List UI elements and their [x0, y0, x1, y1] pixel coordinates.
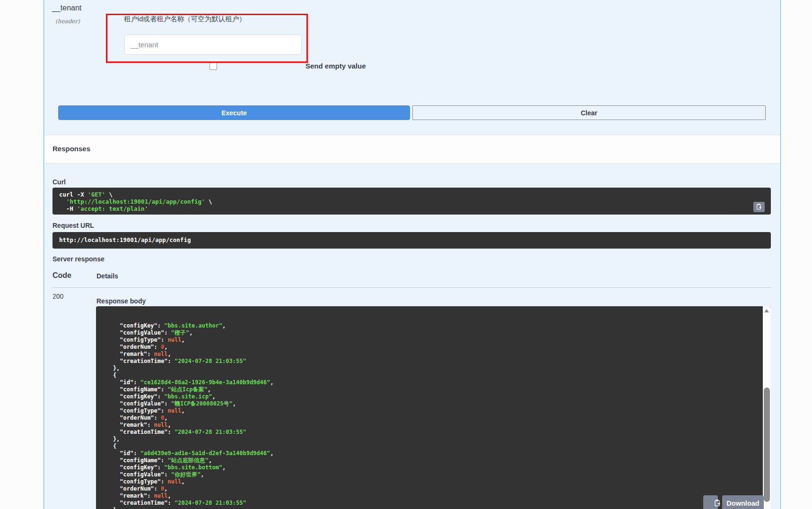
parameter-name: __tenant: [52, 4, 81, 12]
arrow-up-icon[interactable]: [764, 309, 769, 312]
tenant-input[interactable]: [124, 35, 302, 55]
request-url-label: Request URL: [52, 222, 94, 229]
clear-button[interactable]: Clear: [412, 105, 766, 120]
download-button[interactable]: Download: [722, 495, 764, 509]
execute-button[interactable]: Execute: [58, 105, 410, 120]
copy-curl-button[interactable]: [753, 202, 765, 212]
parameter-location: (header): [55, 18, 80, 25]
clipboard-icon: [700, 492, 722, 509]
responses-section-header: [44, 135, 780, 164]
send-empty-checkbox[interactable]: [210, 62, 217, 70]
scrollbar-thumb[interactable]: [764, 388, 770, 502]
response-code: 200: [52, 293, 63, 300]
response-body-block: "configKey": "bbs.site.author", "configV…: [96, 306, 771, 509]
curl-command-text: curl -X 'GET' \ 'http://localhost:19001/…: [59, 191, 764, 212]
response-body-label: Response body: [96, 297, 146, 305]
code-column-header: Code: [52, 271, 71, 280]
clipboard-icon: [756, 203, 762, 211]
copy-response-button[interactable]: [703, 495, 718, 509]
request-url-block: http://localhost:19001/api/app/config: [52, 232, 771, 249]
parameter-description: 租户id或者租户名称（可空为默认租户）: [124, 15, 246, 24]
curl-command-block: curl -X 'GET' \ 'http://localhost:19001/…: [52, 188, 771, 215]
server-response-label: Server response: [52, 255, 105, 263]
request-url-text: http://localhost:19001/api/app/config: [59, 236, 191, 243]
responses-title: Responses: [52, 145, 90, 153]
response-body-text: "configKey": "bbs.site.author", "configV…: [99, 322, 760, 509]
response-scrollbar[interactable]: [763, 306, 771, 509]
swagger-operation-screen: __tenant (header) 租户id或者租户名称（可空为默认租户） Se…: [0, 0, 812, 509]
curl-label: Curl: [52, 178, 66, 186]
details-column-header: Details: [96, 272, 118, 280]
table-header-divider: [52, 287, 771, 288]
send-empty-label: Send empty value: [306, 62, 366, 70]
